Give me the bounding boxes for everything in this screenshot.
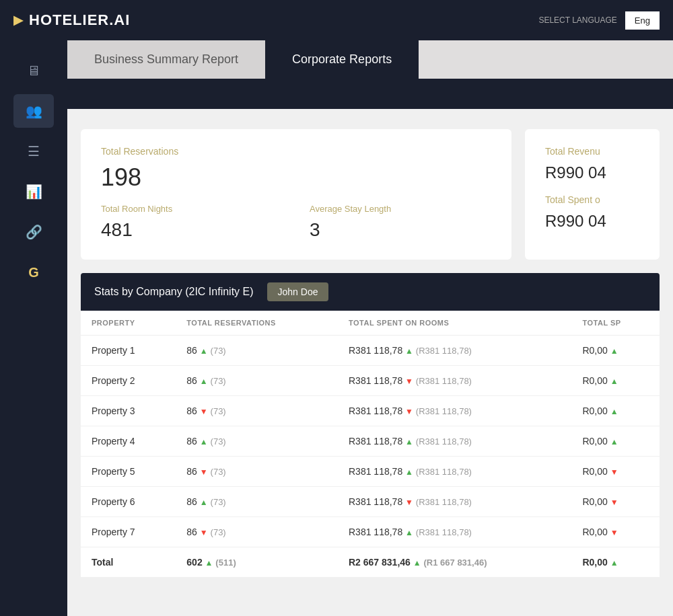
arrow-down-icon: ▼: [610, 528, 618, 537]
total-revenue-label: Total Revenu: [545, 146, 639, 157]
arrow-down-icon: ▼: [405, 377, 413, 386]
table-row: Property 5 86 ▼ (73) R381 118,78 ▲ (R381…: [81, 457, 660, 487]
cell-total: R0,00 ▲: [571, 547, 660, 578]
table-header-bar: Stats by Company (2IC Infinity E) John D…: [81, 273, 660, 311]
cell-property: Property 4: [81, 426, 176, 457]
table-header-title: Stats by Company (2IC Infinity E): [94, 286, 254, 298]
cell-property: Property 1: [81, 336, 176, 366]
cell-rooms: R381 118,78 ▲ (R381 118,78): [338, 426, 571, 457]
language-button[interactable]: Eng: [625, 11, 660, 30]
data-table: PROPERTY TOTAL RESERVATIONS TOTAL SPENT …: [81, 311, 660, 577]
stat-card-reservations: Total Reservations 198 Total Room Nights…: [81, 129, 511, 260]
col-total-sp: TOTAL SP: [571, 311, 660, 336]
cell-rooms: R381 118,78 ▼ (R381 118,78): [338, 366, 571, 396]
cell-property: Total: [81, 547, 176, 578]
arrow-down-icon: ▼: [610, 498, 618, 507]
rooms-compare: (R381 118,78): [416, 376, 472, 386]
cell-reservations: 86 ▼ (73): [176, 396, 338, 426]
cell-total: R0,00 ▲: [571, 396, 660, 426]
arrow-up-icon: ▲: [610, 377, 618, 386]
col-property: PROPERTY: [81, 311, 176, 336]
stat-row: Total Room Nights 481 Average Stay Lengt…: [101, 204, 491, 241]
company-button[interactable]: John Doe: [267, 282, 329, 301]
cell-reservations: 86 ▲ (73): [176, 426, 338, 457]
topbar: ▶ HOTELIER.AI SELECT LANGUAGE Eng: [0, 0, 673, 40]
stats-area: Total Reservations 198 Total Room Nights…: [67, 109, 673, 273]
logo-icon: ▶: [13, 13, 24, 28]
sidebar-item-link[interactable]: 🔗: [13, 215, 54, 249]
arrow-up-icon: ▲: [610, 407, 618, 416]
chart-icon: 📊: [26, 184, 42, 200]
cell-property: Property 6: [81, 487, 176, 517]
cell-total: R0,00 ▲: [571, 366, 660, 396]
res-compare: (73): [211, 376, 226, 386]
cell-total: R0,00 ▲: [571, 336, 660, 366]
cell-rooms: R381 118,78 ▲ (R381 118,78): [338, 336, 571, 366]
arrow-up-icon: ▲: [610, 437, 618, 447]
main-layout: 🖥 👥 ☰ 📊 🔗 G Business Summary Report Corp…: [0, 40, 673, 616]
total-reservations-value: 198: [101, 163, 491, 192]
col-total-spent-rooms: TOTAL SPENT ON ROOMS: [338, 311, 571, 336]
cell-rooms: R381 118,78 ▼ (R381 118,78): [338, 396, 571, 426]
cell-rooms: R381 118,78 ▼ (R381 118,78): [338, 487, 571, 517]
res-compare: (511): [215, 557, 236, 568]
logo: ▶ HOTELIER.AI: [13, 11, 130, 29]
arrow-up-icon: ▲: [200, 437, 208, 447]
arrow-down-icon: ▼: [405, 407, 413, 416]
cell-reservations: 86 ▼ (73): [176, 457, 338, 487]
cell-property: Property 2: [81, 366, 176, 396]
rooms-compare: (R1 667 831,46): [424, 557, 487, 568]
cell-total: R0,00 ▼: [571, 457, 660, 487]
arrow-down-icon: ▼: [405, 498, 413, 507]
sidebar-item-monitor[interactable]: 🖥: [13, 54, 54, 87]
arrow-up-icon: ▲: [200, 346, 208, 356]
arrow-up-icon: ▲: [200, 377, 208, 386]
arrow-up-icon: ▲: [405, 437, 413, 447]
arrow-down-icon: ▼: [610, 467, 618, 477]
content-area: Business Summary Report Corporate Report…: [67, 40, 673, 616]
arrow-up-icon: ▲: [610, 558, 618, 568]
tab-business-summary[interactable]: Business Summary Report: [67, 40, 265, 79]
total-spent-value: R990 04: [545, 212, 639, 231]
avg-stay: Average Stay Length 3: [310, 204, 491, 241]
table-section: Stats by Company (2IC Infinity E) John D…: [67, 273, 673, 577]
res-compare: (73): [211, 346, 226, 356]
cell-reservations: 602 ▲ (511): [176, 547, 338, 578]
sidebar-item-chart[interactable]: 📊: [13, 175, 54, 208]
logo-text: HOTELIER.AI: [29, 11, 130, 29]
cell-total: R0,00 ▼: [571, 517, 660, 547]
col-total-reservations: TOTAL RESERVATIONS: [176, 311, 338, 336]
avg-stay-value: 3: [310, 219, 491, 241]
link-icon: 🔗: [26, 224, 42, 240]
total-revenue-value: R990 04: [545, 163, 639, 182]
total-reservations-label: Total Reservations: [101, 146, 491, 157]
rooms-compare: (R381 118,78): [416, 406, 472, 416]
arrow-up-icon: ▲: [413, 558, 421, 568]
arrow-up-icon: ▲: [205, 558, 213, 568]
rooms-compare: (R381 118,78): [416, 527, 472, 537]
table-row: Property 6 86 ▲ (73) R381 118,78 ▼ (R381…: [81, 487, 660, 517]
rooms-compare: (R381 118,78): [416, 346, 472, 356]
table-row: Property 7 86 ▼ (73) R381 118,78 ▲ (R381…: [81, 517, 660, 547]
cell-reservations: 86 ▲ (73): [176, 487, 338, 517]
tab-corporate-reports[interactable]: Corporate Reports: [265, 40, 419, 79]
total-room-nights-label: Total Room Nights: [101, 204, 283, 214]
users-icon: 👥: [26, 103, 42, 119]
table-row: Property 1 86 ▲ (73) R381 118,78 ▲ (R381…: [81, 336, 660, 366]
cell-rooms: R381 118,78 ▲ (R381 118,78): [338, 457, 571, 487]
cell-property: Property 5: [81, 457, 176, 487]
arrow-up-icon: ▲: [200, 498, 208, 507]
cell-rooms: R381 118,78 ▲ (R381 118,78): [338, 517, 571, 547]
sidebar-item-google[interactable]: G: [13, 256, 54, 289]
cell-reservations: 86 ▲ (73): [176, 366, 338, 396]
monitor-icon: 🖥: [27, 63, 40, 79]
cell-reservations: 86 ▼ (73): [176, 517, 338, 547]
arrow-up-icon: ▲: [610, 346, 618, 356]
sidebar-item-list[interactable]: ☰: [13, 134, 54, 168]
total-spent-label: Total Spent o: [545, 194, 639, 205]
arrow-down-icon: ▼: [200, 407, 208, 416]
res-compare: (73): [211, 497, 226, 507]
google-icon: G: [28, 265, 39, 280]
sidebar-item-users[interactable]: 👥: [13, 94, 54, 128]
list-icon: ☰: [28, 143, 40, 159]
